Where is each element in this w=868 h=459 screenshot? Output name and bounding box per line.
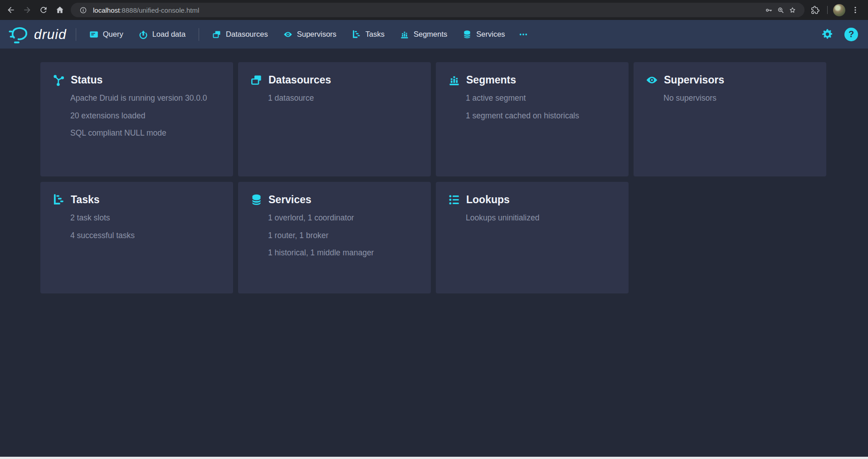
- db-icon: [250, 194, 263, 206]
- card-info-line: 1 overlord, 1 coordinator: [268, 213, 420, 223]
- nav-item-segments[interactable]: Segments: [395, 25, 453, 44]
- page-zoom-icon[interactable]: [775, 4, 786, 16]
- card-header: Status: [53, 74, 222, 86]
- card-datasources[interactable]: Datasources 1 datasource: [238, 62, 431, 176]
- nav-item-supervisors[interactable]: Supervisors: [278, 25, 342, 44]
- nav-item-label: Load data: [152, 30, 185, 39]
- help-button[interactable]: ?: [844, 28, 858, 41]
- card-body: No supervisors: [663, 93, 815, 103]
- card-status[interactable]: Status Apache Druid is running version 3…: [40, 62, 233, 176]
- upload-icon: [139, 30, 148, 39]
- card-info-line: 2 task slots: [70, 213, 222, 223]
- card-info-line: Lookups uninitialized: [466, 213, 618, 223]
- card-body: 2 task slots4 successful tasks: [70, 213, 222, 240]
- graph-icon: [53, 74, 65, 86]
- druid-logo[interactable]: druid: [8, 25, 70, 44]
- card-body: Lookups uninitialized: [466, 213, 618, 223]
- gear-icon: [821, 28, 834, 40]
- card-services[interactable]: Services 1 overlord, 1 coordinator1 rout…: [238, 182, 431, 293]
- card-header: Supervisors: [646, 74, 815, 86]
- card-lookups[interactable]: Lookups Lookups uninitialized: [436, 182, 629, 293]
- back-button[interactable]: [3, 2, 19, 18]
- home-button[interactable]: [52, 2, 68, 18]
- forward-arrow-icon: [23, 5, 32, 15]
- profile-avatar[interactable]: [833, 4, 845, 16]
- kebab-menu-icon: [851, 5, 860, 15]
- navbar-divider: [76, 28, 76, 41]
- card-title: Tasks: [71, 194, 100, 206]
- nav-item-services[interactable]: Services: [457, 25, 510, 44]
- datasources-icon: [212, 30, 221, 39]
- segments-icon: [448, 74, 460, 86]
- card-title: Segments: [466, 74, 516, 86]
- status-cards-grid: Status Apache Druid is running version 3…: [40, 62, 868, 293]
- navbar-right-group: ?: [821, 28, 858, 41]
- navbar-divider: [199, 28, 199, 41]
- druid-navbar: druid Query Load data Datasources Superv…: [0, 20, 868, 49]
- card-info-line: 4 successful tasks: [70, 231, 222, 240]
- gantt-icon: [53, 194, 65, 206]
- card-body: 1 active segment1 segment cached on hist…: [466, 93, 618, 121]
- card-info-line: 1 router, 1 broker: [268, 231, 420, 240]
- url-path: :8888/unified-console.html: [120, 6, 199, 14]
- card-tasks[interactable]: Tasks 2 task slots4 successful tasks: [40, 182, 233, 293]
- segments-icon: [400, 30, 409, 39]
- window-bottom-edge: [0, 457, 868, 459]
- nav-item-label: Query: [103, 30, 123, 39]
- card-body: Apache Druid is running version 30.0.020…: [70, 93, 222, 138]
- nav-item-tasks[interactable]: Tasks: [346, 25, 390, 44]
- card-title: Status: [71, 74, 102, 86]
- card-segments[interactable]: Segments 1 active segment1 segment cache…: [436, 62, 629, 176]
- ellipsis-icon: [518, 30, 528, 39]
- extensions-button[interactable]: [807, 2, 824, 18]
- nav-item-datasources[interactable]: Datasources: [207, 25, 273, 44]
- navbar-section-group: Datasources Supervisors Tasks Segments S…: [205, 25, 513, 44]
- nav-item-label: Services: [476, 30, 505, 39]
- card-info-line: 20 extensions loaded: [70, 111, 222, 121]
- card-body: 1 overlord, 1 coordinator1 router, 1 bro…: [268, 213, 420, 258]
- gantt-icon: [352, 30, 361, 39]
- site-info-icon[interactable]: [77, 4, 89, 16]
- back-arrow-icon: [6, 5, 15, 15]
- card-header: Tasks: [53, 194, 222, 206]
- druid-logo-icon: [8, 25, 29, 44]
- password-key-icon[interactable]: [763, 4, 775, 16]
- card-info-line: Apache Druid is running version 30.0.0: [70, 93, 222, 103]
- card-title: Lookups: [466, 194, 510, 206]
- more-menu-button[interactable]: [514, 25, 533, 44]
- card-header: Segments: [448, 74, 618, 86]
- url-host: localhost: [93, 6, 120, 14]
- url-text: localhost:8888/unified-console.html: [93, 6, 199, 14]
- card-header: Lookups: [448, 194, 618, 206]
- card-info-line: SQL compliant NULL mode: [70, 128, 222, 138]
- db-icon: [463, 30, 472, 39]
- lookups-icon: [448, 194, 460, 206]
- forward-button[interactable]: [19, 2, 35, 18]
- reload-button[interactable]: [35, 2, 52, 18]
- card-info-line: 1 datasource: [268, 93, 420, 103]
- console-icon: [89, 30, 98, 39]
- address-bar[interactable]: localhost:8888/unified-console.html: [71, 3, 805, 17]
- brand-name: druid: [34, 27, 70, 42]
- nav-item-label: Supervisors: [297, 30, 336, 39]
- card-supervisors[interactable]: Supervisors No supervisors: [634, 62, 826, 176]
- eye-icon: [646, 74, 658, 86]
- card-info-line: 1 historical, 1 middle manager: [268, 248, 420, 258]
- card-title: Services: [268, 194, 312, 206]
- browser-toolbar: localhost:8888/unified-console.html: [0, 0, 868, 20]
- card-info-line: 1 active segment: [466, 93, 618, 103]
- settings-button[interactable]: [821, 28, 834, 40]
- nav-item-label: Tasks: [366, 30, 385, 39]
- reload-icon: [39, 5, 48, 15]
- bookmark-star-icon[interactable]: [786, 4, 798, 16]
- nav-item-load-data[interactable]: Load data: [133, 25, 191, 44]
- card-body: 1 datasource: [268, 93, 420, 103]
- home-icon: [55, 5, 64, 15]
- nav-item-query[interactable]: Query: [84, 25, 129, 44]
- datasources-icon: [250, 74, 263, 86]
- card-header: Datasources: [250, 74, 420, 86]
- browser-menu-button[interactable]: [847, 2, 863, 18]
- puzzle-icon: [811, 5, 820, 15]
- navbar-primary-group: Query Load data: [82, 25, 193, 44]
- card-info-line: No supervisors: [663, 93, 815, 103]
